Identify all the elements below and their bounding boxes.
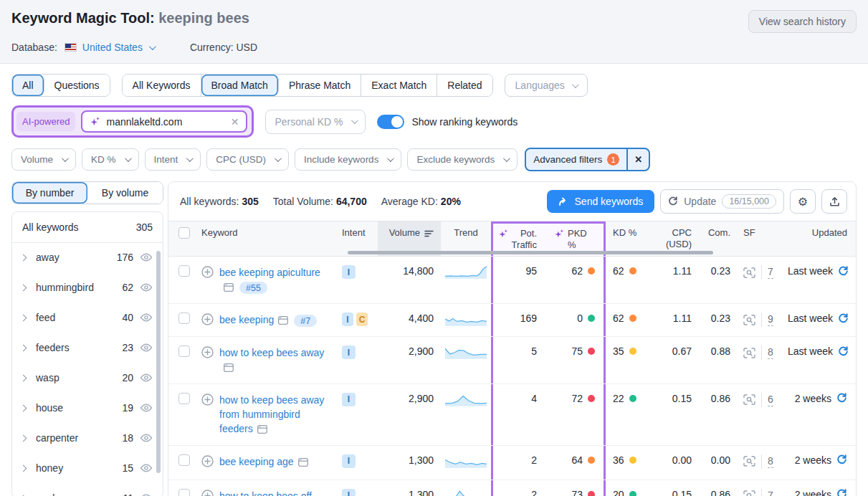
tab-related[interactable]: Related — [437, 75, 492, 96]
serp-features-count[interactable]: 8 — [768, 455, 773, 468]
advanced-filters-button[interactable]: Advanced filters 1 — [526, 149, 626, 170]
row-checkbox[interactable] — [178, 489, 190, 496]
refresh-metrics-icon[interactable] — [836, 454, 847, 465]
sidebar-sort-tabs: By numberBy volume — [11, 181, 163, 204]
row-checkbox[interactable] — [178, 265, 190, 277]
view-search-history-button[interactable]: View search history — [748, 10, 857, 33]
serp-preview-icon[interactable] — [224, 363, 234, 372]
filter-volume[interactable]: Volume — [11, 148, 76, 171]
show-ranking-toggle[interactable] — [377, 115, 404, 129]
serp-features-count[interactable]: 7 — [768, 266, 773, 279]
eye-icon[interactable] — [140, 433, 153, 443]
eye-icon[interactable] — [140, 343, 153, 353]
tab-questions[interactable]: Questions — [44, 75, 110, 96]
all-keywords-group[interactable]: All keywords — [22, 221, 79, 233]
domain-input[interactable] — [106, 116, 225, 128]
row-checkbox[interactable] — [178, 393, 190, 404]
keyword-link[interactable]: bee keeping apiculture — [219, 267, 320, 278]
serp-features-count[interactable]: 6 — [768, 394, 773, 406]
horizontal-scrollbar[interactable] — [348, 251, 713, 254]
eye-icon[interactable] — [140, 282, 153, 292]
keyword-link[interactable]: bee keeping age — [219, 456, 294, 467]
row-checkbox[interactable] — [178, 345, 190, 357]
all-keywords-count: 305 — [136, 221, 153, 233]
clear-input-icon[interactable]: ✕ — [231, 117, 239, 127]
expand-keyword-icon[interactable] — [201, 394, 214, 406]
eye-icon[interactable] — [140, 403, 153, 413]
column-updated[interactable]: Updated — [781, 221, 856, 256]
filter-intent[interactable]: Intent — [145, 148, 201, 171]
languages-dropdown[interactable]: Languages — [505, 74, 588, 97]
kd-cell: 20 — [606, 480, 649, 496]
column-keyword[interactable]: Keyword — [194, 221, 338, 256]
select-all-checkbox[interactable] — [178, 227, 190, 239]
expand-keyword-icon[interactable] — [201, 490, 214, 496]
keyword-group-hummingbird[interactable]: hummingbird 62 — [12, 273, 163, 302]
tab-exact-match[interactable]: Exact Match — [361, 75, 437, 96]
serp-preview-icon[interactable] — [298, 458, 308, 467]
keyword-link[interactable]: bee keeping — [219, 314, 274, 325]
update-button[interactable]: Update 16/15,000 — [660, 189, 784, 214]
keyword-group-house[interactable]: house 19 — [12, 394, 163, 422]
row-checkbox[interactable] — [178, 313, 190, 324]
tab-all-keywords[interactable]: All Keywords — [123, 75, 201, 96]
sidebar-tab-by-volume[interactable]: By volume — [87, 182, 163, 204]
keyword-group-wasp[interactable]: wasp 20 — [12, 363, 163, 392]
eye-icon[interactable] — [140, 373, 153, 383]
filter-kd[interactable]: KD % — [82, 148, 139, 171]
serp-preview-icon[interactable] — [257, 425, 267, 434]
refresh-metrics-icon[interactable] — [838, 266, 849, 277]
send-keywords-button[interactable]: Send keywords — [547, 190, 655, 213]
settings-button[interactable]: ⚙ — [790, 189, 816, 214]
eye-icon[interactable] — [140, 313, 153, 323]
eye-icon[interactable] — [140, 493, 153, 496]
tab-broad-match[interactable]: Broad Match — [201, 75, 279, 96]
advanced-filters-control: Advanced filters 1 ✕ — [525, 148, 650, 171]
expand-keyword-icon[interactable] — [201, 266, 214, 278]
keyword-group-away[interactable]: away 176 — [12, 243, 163, 272]
serp-features-count[interactable]: 9 — [768, 313, 773, 326]
serp-features-icon[interactable] — [743, 394, 755, 405]
serp-features-icon[interactable] — [743, 348, 755, 358]
keyword-group-carpenter[interactable]: carpenter 18 — [12, 424, 163, 452]
column-sf[interactable]: SF — [738, 221, 781, 256]
export-button[interactable] — [821, 189, 847, 214]
serp-preview-icon[interactable] — [278, 316, 288, 325]
sidebar-scrollbar[interactable] — [156, 251, 161, 473]
refresh-metrics-icon[interactable] — [836, 393, 847, 404]
tab-phrase-match[interactable]: Phrase Match — [279, 75, 361, 96]
clear-advanced-filters-button[interactable]: ✕ — [626, 149, 649, 170]
expand-keyword-icon[interactable] — [201, 346, 214, 358]
chevron-down-icon — [572, 81, 579, 88]
serp-features-icon[interactable] — [743, 315, 755, 325]
serp-features-count[interactable]: 8 — [768, 346, 773, 359]
keyword-group-feeders[interactable]: feeders 23 — [12, 333, 163, 362]
keyword-group-feed[interactable]: feed 40 — [12, 303, 163, 332]
serp-features-count[interactable]: 7 — [768, 490, 773, 496]
expand-keyword-icon[interactable] — [201, 455, 214, 467]
chevron-right-icon — [20, 374, 27, 381]
refresh-metrics-icon[interactable] — [838, 346, 849, 357]
keyword-link[interactable]: how to keep bees off hummingbird feeder — [219, 490, 312, 496]
serp-preview-icon[interactable] — [224, 283, 234, 292]
database-selector[interactable]: United States — [82, 42, 154, 53]
tab-all[interactable]: All — [12, 75, 44, 96]
serp-features-icon[interactable] — [743, 267, 755, 278]
refresh-metrics-icon[interactable] — [836, 489, 847, 496]
personal-kd-dropdown[interactable]: Personal KD % — [265, 110, 366, 134]
filter-include-keywords[interactable]: Include keywords — [295, 148, 401, 171]
serp-features-icon[interactable] — [743, 490, 755, 496]
keyword-link[interactable]: how to keep bees away from hummingbird f… — [219, 394, 324, 435]
expand-keyword-icon[interactable] — [201, 313, 214, 325]
eye-icon[interactable] — [140, 463, 153, 473]
keyword-group-honey[interactable]: honey 15 — [12, 454, 163, 482]
eye-icon[interactable] — [140, 252, 153, 262]
keyword-link[interactable]: how to keep bees away — [219, 347, 324, 358]
sidebar-tab-by-number[interactable]: By number — [12, 182, 87, 204]
keyword-group-pool[interactable]: pool 11 — [12, 484, 163, 496]
serp-features-icon[interactable] — [743, 456, 755, 467]
filter-cpc-usd[interactable]: CPC (USD) — [206, 148, 289, 171]
row-checkbox[interactable] — [178, 454, 190, 466]
refresh-metrics-icon[interactable] — [838, 313, 849, 324]
filter-exclude-keywords[interactable]: Exclude keywords — [407, 148, 518, 171]
